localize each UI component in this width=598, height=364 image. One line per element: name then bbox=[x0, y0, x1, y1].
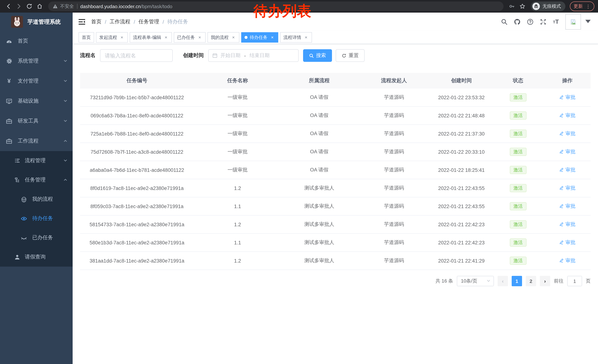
status-badge: 激活 bbox=[510, 220, 526, 229]
next-page-button[interactable]: › bbox=[540, 276, 550, 286]
briefcase-icon bbox=[6, 138, 12, 144]
tab-已办任务[interactable]: 已办任务× bbox=[174, 32, 206, 43]
tab-close-icon[interactable]: × bbox=[231, 35, 236, 40]
monitor-icon bbox=[6, 98, 12, 104]
table-row: 73211d9d-7b9b-11ec-b5b7-acde48001122一级审批… bbox=[80, 89, 590, 106]
sidebar-item-流程管理[interactable]: 流程管理 bbox=[0, 151, 73, 170]
app-logo-row[interactable]: 芋道管理系统 bbox=[0, 13, 73, 31]
sidebar-item-已办任务[interactable]: 已办任务 bbox=[0, 228, 73, 247]
approve-link-label: 审批 bbox=[565, 130, 575, 137]
github-icon[interactable] bbox=[514, 18, 521, 25]
avatar[interactable] bbox=[565, 14, 581, 30]
page-size-select[interactable]: 10条/页 bbox=[457, 276, 494, 286]
search-button[interactable]: 搜索 bbox=[303, 49, 332, 62]
approve-link[interactable]: 审批 bbox=[559, 239, 575, 246]
tab-流程详情[interactable]: 流程详情× bbox=[280, 32, 312, 43]
robot-icon bbox=[21, 196, 27, 202]
tab-close-icon[interactable]: × bbox=[270, 35, 275, 40]
browser-forward-icon[interactable] bbox=[14, 1, 24, 11]
search-icon[interactable] bbox=[500, 18, 507, 25]
sidebar-item-研发工具[interactable]: 研发工具 bbox=[0, 111, 73, 131]
refresh-icon bbox=[342, 53, 346, 58]
font-size-icon[interactable]: TT bbox=[552, 18, 559, 25]
cell-name: 1.2 bbox=[194, 222, 281, 227]
fullscreen-icon[interactable] bbox=[540, 18, 547, 25]
sidebar-item-label: 系统管理 bbox=[18, 58, 39, 65]
cell-time: 2022-01-22 20:33:10 bbox=[431, 149, 492, 155]
cell-process: 测试多审批人 bbox=[281, 221, 357, 228]
process-name-input[interactable] bbox=[100, 49, 173, 62]
tab-待办任务[interactable]: 待办任务× bbox=[241, 32, 278, 43]
password-key-icon[interactable] bbox=[507, 1, 517, 11]
sidebar-item-label: 流程管理 bbox=[25, 157, 46, 164]
sidebar-item-待办任务[interactable]: 待办任务 bbox=[0, 209, 73, 228]
browser-back-icon[interactable] bbox=[4, 1, 13, 11]
tab-流程表单-编辑[interactable]: 流程表单-编辑× bbox=[130, 32, 172, 43]
approve-link-label: 审批 bbox=[565, 239, 575, 246]
sidebar-item-任务管理[interactable]: 任务管理 bbox=[0, 170, 73, 190]
approve-link[interactable]: 审批 bbox=[559, 203, 575, 210]
table-row: a6aba0a4-7b6d-11ec-b781-acde48001122一级审批… bbox=[80, 161, 590, 179]
table-header-row: 任务编号任务名称所属流程流程发起人创建时间状态操作 bbox=[80, 73, 590, 89]
tab-发起流程[interactable]: 发起流程× bbox=[96, 32, 128, 43]
page-size-value: 10条/页 bbox=[461, 278, 477, 284]
table-row: 8f059c03-7ac8-11ec-a9e2-a2380e71991a1.1测… bbox=[80, 197, 590, 215]
filter-form: 流程名 创建时间 开始日期 - 结束日期 搜索 重 bbox=[80, 49, 590, 62]
address-bar[interactable]: 不安全 dashboard.yudao.iocoder.cn/bpm/task/… bbox=[48, 1, 504, 11]
sidebar-item-工作流程[interactable]: 工作流程 bbox=[0, 131, 73, 151]
sidebar-item-基础设施[interactable]: 基础设施 bbox=[0, 91, 73, 111]
sidebar-item-我的流程[interactable]: 我的流程 bbox=[0, 190, 73, 209]
column-header-所属流程: 所属流程 bbox=[281, 77, 357, 84]
cell-time: 2022-01-21 22:41:29 bbox=[431, 258, 492, 263]
sidebar-item-首页[interactable]: 首页 bbox=[0, 31, 73, 51]
tab-close-icon[interactable]: × bbox=[303, 35, 309, 40]
help-icon[interactable] bbox=[526, 18, 533, 25]
cell-status: 激活 bbox=[492, 129, 544, 138]
tab-我的流程[interactable]: 我的流程× bbox=[208, 32, 239, 43]
date-range-picker[interactable]: 开始日期 - 结束日期 bbox=[208, 49, 299, 62]
approve-link[interactable]: 审批 bbox=[559, 257, 575, 264]
bookmark-star-icon[interactable] bbox=[518, 1, 527, 11]
tab-close-icon[interactable]: × bbox=[197, 35, 202, 40]
approve-link[interactable]: 审批 bbox=[559, 130, 575, 137]
prev-page-button[interactable]: ‹ bbox=[498, 276, 508, 286]
reset-button[interactable]: 重置 bbox=[336, 49, 365, 62]
eye-closed-icon bbox=[21, 235, 27, 241]
toolbox-icon bbox=[6, 118, 12, 124]
approve-link[interactable]: 审批 bbox=[559, 112, 575, 119]
approve-link[interactable]: 审批 bbox=[559, 94, 575, 101]
breadcrumb-item-首页[interactable]: 首页 bbox=[91, 18, 101, 25]
sidebar-item-请假查询[interactable]: 请假查询 bbox=[0, 247, 73, 267]
cell-name: 一级审批 bbox=[194, 94, 281, 101]
sidebar-item-label: 首页 bbox=[18, 38, 28, 44]
approve-link[interactable]: 审批 bbox=[559, 148, 575, 155]
sidebar-collapse-icon[interactable] bbox=[78, 18, 86, 26]
security-status[interactable]: 不安全 bbox=[53, 3, 74, 9]
approve-link[interactable]: 审批 bbox=[559, 185, 575, 191]
cell-actions: 审批 bbox=[544, 239, 590, 246]
status-badge: 激活 bbox=[510, 184, 526, 192]
submenu-工作流程: 流程管理任务管理我的流程待办任务已办任务请假查询 bbox=[0, 151, 73, 267]
goto-page-input[interactable] bbox=[567, 276, 582, 286]
breadcrumb-item-工作流程[interactable]: 工作流程 bbox=[110, 18, 130, 25]
cell-status: 激活 bbox=[492, 257, 544, 265]
tab-close-icon[interactable]: × bbox=[163, 35, 169, 40]
cell-process: OA 请假 bbox=[281, 94, 357, 101]
tab-首页[interactable]: 首页 bbox=[79, 32, 94, 43]
avatar-caret-icon[interactable] bbox=[585, 18, 591, 26]
browser-reload-icon[interactable] bbox=[25, 1, 34, 11]
browser-menu-dots-icon[interactable]: ⋮ bbox=[586, 4, 590, 9]
browser-update-button[interactable]: 更新 ⋮ bbox=[570, 1, 594, 11]
cell-actions: 审批 bbox=[544, 148, 590, 155]
breadcrumb-item-任务管理[interactable]: 任务管理 bbox=[139, 18, 159, 25]
sidebar-item-支付管理[interactable]: ¥支付管理 bbox=[0, 71, 73, 91]
page-button-2[interactable]: 2 bbox=[526, 276, 536, 286]
browser-home-icon[interactable] bbox=[35, 1, 44, 11]
approve-link[interactable]: 审批 bbox=[559, 167, 575, 173]
tab-close-icon[interactable]: × bbox=[119, 35, 125, 40]
sidebar-item-系统管理[interactable]: 系统管理 bbox=[0, 51, 73, 71]
search-button-icon bbox=[309, 53, 314, 58]
cell-process: 测试多审批人 bbox=[281, 257, 357, 264]
page-button-1[interactable]: 1 bbox=[512, 276, 522, 286]
approve-link[interactable]: 审批 bbox=[559, 221, 575, 228]
